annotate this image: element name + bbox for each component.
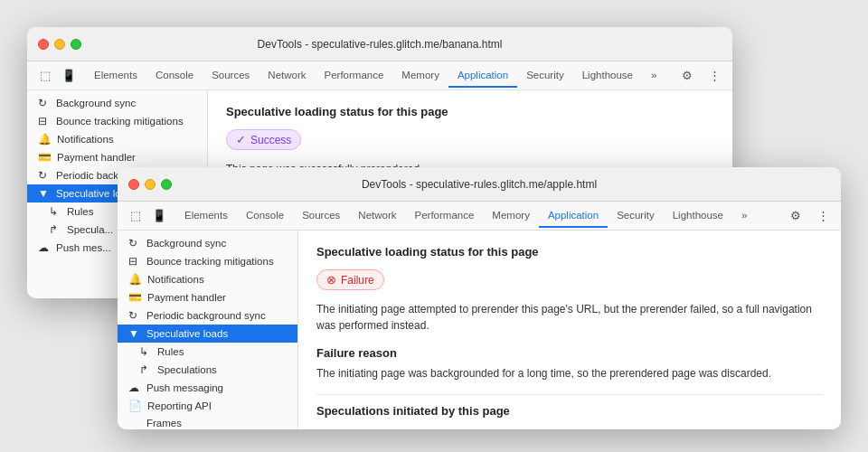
- failure-icon-front: ⊗: [326, 273, 336, 287]
- sidebar-bounce-front[interactable]: ⊟ Bounce tracking mitigations: [118, 252, 297, 270]
- minimize-button-back[interactable]: [54, 39, 65, 50]
- tab-network-front[interactable]: Network: [349, 204, 405, 228]
- tab-security-front[interactable]: Security: [608, 204, 664, 228]
- sidebar-reporting-front[interactable]: 📄 Reporting API: [118, 397, 297, 415]
- settings-icon-front[interactable]: ⚙: [785, 205, 807, 227]
- devtools-toolbar-back: ⬚ 📱 Elements Console Sources Network Per…: [27, 61, 732, 90]
- traffic-lights-back: [38, 39, 81, 50]
- main-panel-front: Speculative loading status for this page…: [298, 231, 841, 429]
- sidebar-push-front[interactable]: ☁ Push messaging: [118, 379, 297, 397]
- status-badge-front: ⊗ Failure: [316, 269, 384, 290]
- tab-sources-back[interactable]: Sources: [203, 64, 259, 88]
- speculations-icon-back: ↱: [49, 223, 61, 236]
- speculations-icon-front: ↱: [139, 363, 152, 376]
- sidebar-rules-front[interactable]: ↳ Rules: [118, 343, 297, 361]
- devtools-body-front: ↻ Background sync ⊟ Bounce tracking miti…: [118, 231, 841, 429]
- maximize-button-back[interactable]: [71, 39, 81, 50]
- failure-reason-title-front: Failure reason: [316, 346, 823, 360]
- periodic-icon-front: ↻: [128, 309, 141, 322]
- sidebar-bounce-back[interactable]: ⊟ Bounce tracking mitigations: [27, 112, 207, 130]
- bounce-icon-front: ⊟: [128, 255, 141, 268]
- device-icon-back[interactable]: 📱: [58, 65, 80, 87]
- tab-network-back[interactable]: Network: [259, 64, 315, 88]
- sidebar-periodic-front[interactable]: ↻ Periodic background sync: [118, 306, 297, 325]
- minimize-button-front[interactable]: [145, 179, 156, 190]
- sidebar-background-sync-front[interactable]: ↻ Background sync: [118, 234, 297, 252]
- devtools-window-front: DevTools - speculative-rules.glitch.me/a…: [118, 167, 841, 429]
- tab-sources-front[interactable]: Sources: [293, 204, 349, 228]
- more-tabs-front[interactable]: »: [732, 204, 756, 228]
- inspect-icon-front[interactable]: ⬚: [125, 205, 146, 227]
- toolbar-right-back: ⚙ ⋮: [676, 65, 725, 87]
- success-icon-back: ✓: [236, 133, 246, 146]
- description-front: The initiating page attempted to prerend…: [316, 301, 823, 334]
- sync-icon-front: ↻: [128, 237, 141, 250]
- tab-application-front[interactable]: Application: [539, 204, 608, 228]
- window-title-front: DevTools - speculative-rules.glitch.me/a…: [362, 178, 597, 191]
- periodic-icon-back: ↻: [38, 169, 51, 182]
- tab-performance-front[interactable]: Performance: [406, 204, 484, 228]
- devtools-toolbar-front: ⬚ 📱 Elements Console Sources Network Per…: [118, 202, 841, 231]
- sidebar-frames-front[interactable]: Frames: [118, 415, 297, 429]
- failure-reason-front: The initiating page was backgrounded for…: [316, 365, 823, 381]
- bounce-icon-back: ⊟: [38, 115, 51, 127]
- tab-elements-front[interactable]: Elements: [175, 204, 237, 228]
- sidebar-speculative-front[interactable]: ▼ Speculative loads: [118, 325, 297, 343]
- sidebar-notifications-front[interactable]: 🔔 Notifications: [118, 270, 297, 288]
- tab-application-back[interactable]: Application: [448, 64, 517, 88]
- spec-icon-back: ▼: [38, 187, 51, 200]
- payment-icon-back: 💳: [38, 151, 52, 164]
- tab-lighthouse-back[interactable]: Lighthouse: [573, 64, 642, 88]
- window-title-back: DevTools - speculative-rules.glitch.me/b…: [258, 38, 503, 51]
- more-icon-front[interactable]: ⋮: [812, 205, 834, 227]
- sidebar-notifications-back[interactable]: 🔔 Notifications: [27, 130, 207, 148]
- payment-icon-front: 💳: [128, 291, 142, 304]
- tab-memory-back[interactable]: Memory: [392, 64, 448, 88]
- toolbar-tabs-front: Elements Console Sources Network Perform…: [175, 204, 756, 228]
- rules-icon-back: ↳: [49, 205, 61, 218]
- divider-front: [316, 394, 823, 395]
- titlebar-front: DevTools - speculative-rules.glitch.me/a…: [118, 167, 841, 202]
- push-icon-back: ☁: [38, 241, 51, 254]
- reporting-icon-front: 📄: [128, 400, 142, 412]
- sidebar-speculations-front[interactable]: ↱ Speculations: [118, 361, 297, 379]
- notif-icon-back: 🔔: [38, 133, 52, 146]
- settings-icon-back[interactable]: ⚙: [676, 65, 698, 87]
- section-title-back: Speculative loading status for this page: [226, 105, 714, 118]
- sidebar-front: ↻ Background sync ⊟ Bounce tracking miti…: [118, 231, 298, 429]
- sidebar-background-sync-back[interactable]: ↻ Background sync: [27, 94, 207, 112]
- notif-icon-front: 🔔: [128, 273, 142, 286]
- toolbar-tabs-back: Elements Console Sources Network Perform…: [85, 64, 665, 88]
- more-icon-back[interactable]: ⋮: [703, 65, 725, 87]
- tab-console-front[interactable]: Console: [237, 204, 293, 228]
- tab-performance-back[interactable]: Performance: [316, 64, 393, 88]
- status-badge-back: ✓ Success: [226, 129, 301, 150]
- inspect-icon-back[interactable]: ⬚: [34, 65, 56, 87]
- tab-console-back[interactable]: Console: [146, 64, 203, 88]
- rules-icon-front: ↳: [139, 345, 152, 358]
- spec-icon-front: ▼: [128, 327, 141, 340]
- sidebar-payment-front[interactable]: 💳 Payment handler: [118, 288, 297, 306]
- close-button-front[interactable]: [128, 179, 139, 190]
- device-icon-front[interactable]: 📱: [148, 205, 170, 227]
- push-icon-front: ☁: [128, 381, 141, 394]
- more-tabs-back[interactable]: »: [642, 64, 665, 88]
- sidebar-payment-back[interactable]: 💳 Payment handler: [27, 148, 207, 166]
- close-button-back[interactable]: [38, 39, 49, 50]
- toolbar-right-front: ⚙ ⋮: [785, 205, 834, 227]
- maximize-button-front[interactable]: [161, 179, 172, 190]
- tab-elements-back[interactable]: Elements: [85, 64, 146, 88]
- sync-icon-back: ↻: [38, 97, 51, 109]
- tab-memory-front[interactable]: Memory: [483, 204, 539, 228]
- speculations-title-front: Speculations initiated by this page: [316, 404, 823, 418]
- titlebar-back: DevTools - speculative-rules.glitch.me/b…: [27, 27, 732, 61]
- traffic-lights-front: [128, 179, 172, 190]
- tab-lighthouse-front[interactable]: Lighthouse: [664, 204, 732, 228]
- section-title-front: Speculative loading status for this page: [316, 245, 823, 259]
- tab-security-back[interactable]: Security: [517, 64, 573, 88]
